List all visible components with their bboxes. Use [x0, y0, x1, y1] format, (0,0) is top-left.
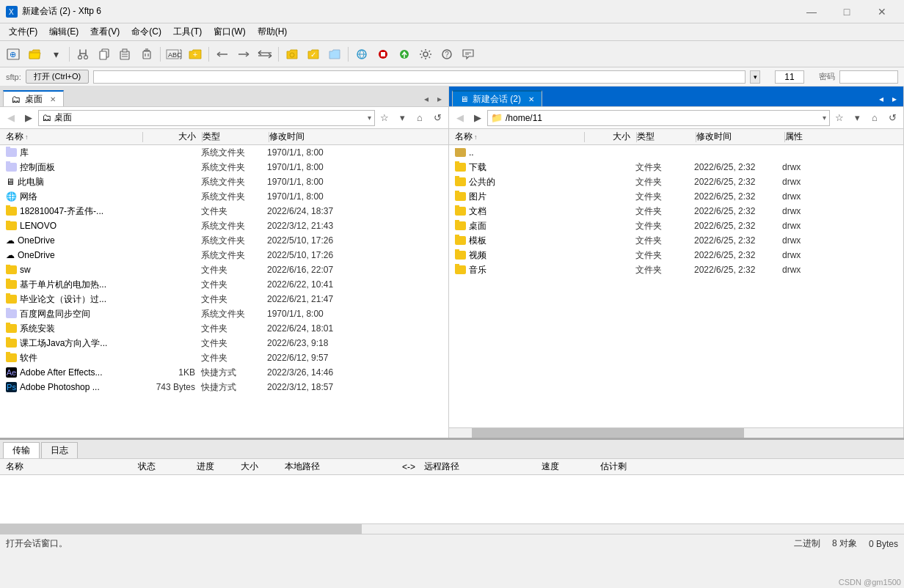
menu-help[interactable]: 帮助(H) [252, 24, 294, 40]
right-tab-next[interactable]: ▸ [889, 92, 900, 106]
transfer-tab-transfer[interactable]: 传输 [3, 442, 40, 458]
help-button[interactable]: ? [437, 45, 457, 64]
right-file-row[interactable]: 音乐 文件夹 2022/6/25, 2:32 drwx [449, 262, 903, 277]
menu-edit[interactable]: 编辑(E) [43, 24, 84, 40]
menu-command[interactable]: 命令(C) [125, 24, 167, 40]
left-file-row[interactable]: 基于单片机的电加热... 文件夹 2022/6/22, 10:41 [0, 277, 448, 292]
left-file-row[interactable]: 🖥 此电脑 系统文件夹 1970/1/1, 8:00 [0, 174, 448, 189]
right-file-row[interactable]: 视频 文件夹 2022/6/25, 2:32 drwx [449, 248, 903, 262]
delete-button[interactable] [136, 45, 157, 64]
left-file-row[interactable]: ☁ OneDrive 系统文件夹 2022/5/10, 17:26 [0, 248, 448, 262]
open-session-button[interactable]: 打开 (Ctrl+O) [26, 70, 89, 84]
left-col-modified[interactable]: 修改时间 [269, 131, 365, 143]
left-file-row[interactable]: 课工场Java方向入学... 文件夹 2022/6/23, 9:18 [0, 336, 448, 350]
left-file-row[interactable]: 182810047-齐孟伟-... 文件夹 2022/6/24, 18:37 [0, 204, 448, 218]
right-bookmark-button[interactable]: ☆ [831, 110, 848, 126]
right-back-button[interactable]: ◀ [452, 110, 468, 126]
stop-button[interactable] [373, 45, 393, 64]
left-file-row[interactable]: 系统安装 文件夹 2022/6/24, 18:01 [0, 321, 448, 336]
address-input[interactable] [93, 70, 746, 84]
right-hscroll[interactable] [449, 427, 903, 438]
left-file-row[interactable]: 🌐 网络 系统文件夹 1970/1/1, 8:00 [0, 189, 448, 204]
left-col-size[interactable]: 大小 [143, 131, 202, 143]
left-path-combo[interactable]: 🗂 桌面 ▾ [38, 110, 375, 126]
right-bookmark-add[interactable]: ▾ [849, 110, 865, 126]
right-col-attr[interactable]: 属性 [785, 131, 836, 143]
right-path-combo[interactable]: 📁 /home/11 ▾ [487, 110, 830, 126]
right-file-row[interactable]: 桌面 文件夹 2022/6/25, 2:32 drwx [449, 218, 903, 233]
left-col-name[interactable]: 名称 ↑ [3, 131, 142, 143]
right-tab-prev[interactable]: ◂ [875, 92, 887, 106]
transfer-both-button[interactable] [255, 45, 275, 64]
left-col-type[interactable]: 类型 [203, 131, 269, 143]
right-col-name[interactable]: 名称 ↑ [452, 131, 584, 143]
transfer-tab-log[interactable]: 日志 [41, 442, 78, 458]
left-bookmark-add[interactable]: ▾ [394, 110, 410, 126]
left-tab-prev[interactable]: ◂ [420, 92, 432, 106]
globe-button[interactable] [351, 45, 372, 64]
right-file-row[interactable]: 文档 文件夹 2022/6/25, 2:32 drwx [449, 204, 903, 218]
folder-btn-2[interactable]: ✓ [303, 45, 324, 64]
right-path-dropdown[interactable]: ▾ [823, 114, 826, 122]
right-hscroll-thumb[interactable] [472, 428, 744, 438]
menu-tools[interactable]: 工具(T) [167, 24, 208, 40]
left-refresh-button[interactable]: ↺ [429, 110, 445, 126]
left-home-button[interactable]: ⌂ [412, 110, 428, 126]
folder-btn-1[interactable] [282, 45, 302, 64]
right-forward-button[interactable]: ▶ [470, 110, 486, 126]
menu-window[interactable]: 窗口(W) [208, 24, 251, 40]
cut-button[interactable] [73, 45, 93, 64]
left-file-row[interactable]: 百度网盘同步空间 系统文件夹 1970/1/1, 8:00 [0, 306, 448, 321]
address-dropdown[interactable]: ▾ [750, 70, 760, 84]
left-file-row[interactable]: 库 系统文件夹 1970/1/1, 8:00 [0, 145, 448, 160]
paste-button[interactable] [115, 45, 136, 64]
left-tab-next[interactable]: ▸ [434, 92, 445, 106]
left-back-button[interactable]: ◀ [3, 110, 19, 126]
right-col-modified[interactable]: 修改时间 [696, 131, 784, 143]
folder-btn-3[interactable] [324, 45, 345, 64]
password-input[interactable] [839, 70, 898, 84]
left-file-row[interactable]: ☁ OneDrive 系统文件夹 2022/5/10, 17:26 [0, 233, 448, 248]
left-file-row[interactable]: Ps Adobe Photoshop ... 743 Bytes 快捷方式 20… [0, 380, 448, 394]
right-tab-session[interactable]: 🖥 新建会话 (2) ✕ [452, 90, 542, 106]
left-file-row[interactable]: 毕业论文（设计）过... 文件夹 2022/6/21, 21:47 [0, 292, 448, 306]
menu-view[interactable]: 查看(V) [84, 24, 125, 40]
left-file-row[interactable]: Ae Adobe After Effects... 1KB 快捷方式 2022/… [0, 365, 448, 380]
port-field[interactable]: 11 [775, 70, 804, 84]
new-folder-button[interactable]: + [185, 45, 205, 64]
right-col-type[interactable]: 类型 [637, 131, 696, 143]
transfer-hscroll[interactable] [0, 523, 904, 534]
right-file-row[interactable]: 模板 文件夹 2022/6/25, 2:32 drwx [449, 233, 903, 248]
right-file-row[interactable]: 公共的 文件夹 2022/6/25, 2:32 drwx [449, 174, 903, 189]
right-tab-close[interactable]: ✕ [528, 95, 534, 103]
open-dropdown[interactable]: ▾ [45, 45, 66, 64]
open-button[interactable] [24, 45, 45, 64]
left-file-row[interactable]: 软件 文件夹 2022/6/12, 9:57 [0, 350, 448, 365]
left-file-row[interactable]: LENOVO 系统文件夹 2022/3/12, 21:43 [0, 218, 448, 233]
maximize-button[interactable]: □ [831, 1, 863, 22]
transfer-scroll-thumb[interactable] [0, 524, 362, 534]
right-file-row[interactable]: .. [449, 145, 903, 160]
upload-button[interactable] [394, 45, 415, 64]
close-button[interactable]: ✕ [866, 1, 898, 22]
right-refresh-button[interactable]: ↺ [884, 110, 900, 126]
right-home-button[interactable]: ⌂ [867, 110, 883, 126]
left-bookmark-button[interactable]: ☆ [376, 110, 393, 126]
settings-button[interactable] [415, 45, 436, 64]
rename-button[interactable]: ABC [164, 45, 184, 64]
minimize-button[interactable]: — [795, 1, 828, 22]
right-col-size[interactable]: 大小 [585, 131, 636, 143]
left-file-row[interactable]: sw 文件夹 2022/6/16, 22:07 [0, 262, 448, 277]
menu-file[interactable]: 文件(F) [3, 24, 43, 40]
left-file-row[interactable]: 控制面板 系统文件夹 1970/1/1, 8:00 [0, 160, 448, 174]
right-file-row[interactable]: 下载 文件夹 2022/6/25, 2:32 drwx [449, 160, 903, 174]
new-session-button[interactable]: ⊕ [3, 45, 23, 64]
left-tab-close[interactable]: ✕ [50, 95, 56, 103]
left-tab-desktop[interactable]: 🗂 桌面 ✕ [3, 90, 64, 106]
copy-button[interactable] [94, 45, 114, 64]
left-forward-button[interactable]: ▶ [21, 110, 37, 126]
transfer-right-button[interactable] [233, 45, 254, 64]
chat-button[interactable] [458, 45, 478, 64]
right-file-row[interactable]: 图片 文件夹 2022/6/25, 2:32 drwx [449, 189, 903, 204]
left-path-dropdown[interactable]: ▾ [368, 114, 371, 122]
